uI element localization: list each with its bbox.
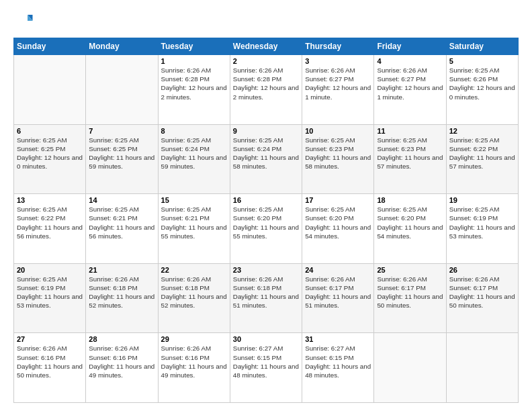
day-info: Sunrise: 6:25 AM Sunset: 6:19 PM Dayligh… [449, 205, 515, 240]
day-info: Sunrise: 6:26 AM Sunset: 6:27 PM Dayligh… [305, 66, 371, 101]
day-number: 29 [161, 335, 227, 343]
calendar-cell: 20Sunrise: 6:25 AM Sunset: 6:19 PM Dayli… [14, 263, 86, 333]
day-number: 16 [233, 196, 299, 204]
weekday-header-tuesday: Tuesday [158, 38, 230, 55]
day-info: Sunrise: 6:25 AM Sunset: 6:20 PM Dayligh… [305, 205, 371, 240]
day-number: 22 [161, 266, 227, 274]
calendar-cell: 31Sunrise: 6:27 AM Sunset: 6:15 PM Dayli… [302, 333, 374, 403]
day-info: Sunrise: 6:26 AM Sunset: 6:18 PM Dayligh… [161, 275, 227, 310]
weekday-header-sunday: Sunday [14, 38, 86, 55]
day-info: Sunrise: 6:26 AM Sunset: 6:18 PM Dayligh… [89, 275, 154, 310]
day-number: 21 [89, 266, 154, 274]
logo [13, 11, 36, 31]
day-number: 25 [377, 266, 443, 274]
day-info: Sunrise: 6:25 AM Sunset: 6:19 PM Dayligh… [17, 275, 83, 310]
calendar-cell: 21Sunrise: 6:26 AM Sunset: 6:18 PM Dayli… [86, 263, 158, 333]
day-number: 14 [89, 196, 154, 204]
week-row-5: 27Sunrise: 6:26 AM Sunset: 6:16 PM Dayli… [14, 333, 519, 403]
calendar-cell: 25Sunrise: 6:26 AM Sunset: 6:17 PM Dayli… [374, 263, 446, 333]
weekday-header-monday: Monday [86, 38, 158, 55]
day-info: Sunrise: 6:25 AM Sunset: 6:23 PM Dayligh… [377, 136, 443, 171]
day-number: 18 [377, 196, 443, 204]
day-number: 8 [161, 127, 227, 135]
calendar-table: SundayMondayTuesdayWednesdayThursdayFrid… [13, 38, 519, 403]
calendar-cell: 9Sunrise: 6:25 AM Sunset: 6:24 PM Daylig… [230, 124, 302, 194]
day-info: Sunrise: 6:26 AM Sunset: 6:16 PM Dayligh… [17, 344, 83, 379]
day-info: Sunrise: 6:26 AM Sunset: 6:27 PM Dayligh… [377, 66, 443, 101]
calendar-cell: 19Sunrise: 6:25 AM Sunset: 6:19 PM Dayli… [446, 194, 518, 264]
calendar-cell: 18Sunrise: 6:25 AM Sunset: 6:20 PM Dayli… [374, 194, 446, 264]
calendar-cell: 11Sunrise: 6:25 AM Sunset: 6:23 PM Dayli… [374, 124, 446, 194]
day-info: Sunrise: 6:25 AM Sunset: 6:21 PM Dayligh… [161, 205, 227, 240]
week-row-1: 1Sunrise: 6:26 AM Sunset: 6:28 PM Daylig… [14, 55, 519, 125]
day-info: Sunrise: 6:25 AM Sunset: 6:24 PM Dayligh… [161, 136, 227, 171]
day-info: Sunrise: 6:25 AM Sunset: 6:23 PM Dayligh… [305, 136, 371, 171]
calendar-cell: 24Sunrise: 6:26 AM Sunset: 6:17 PM Dayli… [302, 263, 374, 333]
day-info: Sunrise: 6:26 AM Sunset: 6:17 PM Dayligh… [377, 275, 443, 310]
day-number: 19 [449, 196, 515, 204]
day-info: Sunrise: 6:25 AM Sunset: 6:22 PM Dayligh… [449, 136, 515, 171]
day-info: Sunrise: 6:25 AM Sunset: 6:20 PM Dayligh… [377, 205, 443, 240]
day-info: Sunrise: 6:25 AM Sunset: 6:24 PM Dayligh… [233, 136, 299, 171]
day-number: 15 [161, 196, 227, 204]
calendar-cell [446, 333, 518, 403]
day-number: 28 [89, 335, 154, 343]
day-info: Sunrise: 6:25 AM Sunset: 6:21 PM Dayligh… [89, 205, 154, 240]
day-number: 5 [449, 57, 515, 65]
calendar-cell: 29Sunrise: 6:26 AM Sunset: 6:16 PM Dayli… [158, 333, 230, 403]
day-info: Sunrise: 6:25 AM Sunset: 6:20 PM Dayligh… [233, 205, 299, 240]
calendar-cell: 28Sunrise: 6:26 AM Sunset: 6:16 PM Dayli… [86, 333, 158, 403]
day-number: 12 [449, 127, 515, 135]
calendar-cell: 23Sunrise: 6:26 AM Sunset: 6:18 PM Dayli… [230, 263, 302, 333]
day-info: Sunrise: 6:26 AM Sunset: 6:16 PM Dayligh… [161, 344, 227, 379]
day-info: Sunrise: 6:26 AM Sunset: 6:28 PM Dayligh… [233, 66, 299, 101]
day-info: Sunrise: 6:25 AM Sunset: 6:22 PM Dayligh… [17, 205, 83, 240]
week-row-3: 13Sunrise: 6:25 AM Sunset: 6:22 PM Dayli… [14, 194, 519, 264]
day-number: 11 [377, 127, 443, 135]
day-info: Sunrise: 6:25 AM Sunset: 6:25 PM Dayligh… [17, 136, 83, 171]
calendar-cell: 17Sunrise: 6:25 AM Sunset: 6:20 PM Dayli… [302, 194, 374, 264]
day-info: Sunrise: 6:26 AM Sunset: 6:17 PM Dayligh… [305, 275, 371, 310]
day-number: 4 [377, 57, 443, 65]
calendar-cell: 2Sunrise: 6:26 AM Sunset: 6:28 PM Daylig… [230, 55, 302, 125]
day-info: Sunrise: 6:26 AM Sunset: 6:18 PM Dayligh… [233, 275, 299, 310]
calendar-cell: 1Sunrise: 6:26 AM Sunset: 6:28 PM Daylig… [158, 55, 230, 125]
day-number: 6 [17, 127, 83, 135]
day-number: 1 [161, 57, 227, 65]
day-number: 27 [17, 335, 83, 343]
day-number: 31 [305, 335, 371, 343]
day-number: 2 [233, 57, 299, 65]
day-info: Sunrise: 6:26 AM Sunset: 6:16 PM Dayligh… [89, 344, 154, 379]
day-number: 23 [233, 266, 299, 274]
calendar-cell: 5Sunrise: 6:25 AM Sunset: 6:26 PM Daylig… [446, 55, 518, 125]
day-info: Sunrise: 6:27 AM Sunset: 6:15 PM Dayligh… [233, 344, 299, 379]
weekday-header-row: SundayMondayTuesdayWednesdayThursdayFrid… [14, 38, 519, 55]
calendar-cell: 3Sunrise: 6:26 AM Sunset: 6:27 PM Daylig… [302, 55, 374, 125]
weekday-header-thursday: Thursday [302, 38, 374, 55]
calendar-cell: 7Sunrise: 6:25 AM Sunset: 6:25 PM Daylig… [86, 124, 158, 194]
day-info: Sunrise: 6:26 AM Sunset: 6:17 PM Dayligh… [449, 275, 515, 310]
calendar-cell [374, 333, 446, 403]
week-row-4: 20Sunrise: 6:25 AM Sunset: 6:19 PM Dayli… [14, 263, 519, 333]
day-number: 13 [17, 196, 83, 204]
day-number: 3 [305, 57, 371, 65]
calendar-cell: 16Sunrise: 6:25 AM Sunset: 6:20 PM Dayli… [230, 194, 302, 264]
day-number: 9 [233, 127, 299, 135]
day-number: 24 [305, 266, 371, 274]
calendar-cell: 26Sunrise: 6:26 AM Sunset: 6:17 PM Dayli… [446, 263, 518, 333]
day-info: Sunrise: 6:25 AM Sunset: 6:25 PM Dayligh… [89, 136, 154, 171]
day-info: Sunrise: 6:25 AM Sunset: 6:26 PM Dayligh… [449, 66, 515, 101]
logo-icon [13, 11, 34, 31]
day-number: 10 [305, 127, 371, 135]
day-number: 26 [449, 266, 515, 274]
calendar-cell: 12Sunrise: 6:25 AM Sunset: 6:22 PM Dayli… [446, 124, 518, 194]
calendar-cell [86, 55, 158, 125]
calendar-cell: 4Sunrise: 6:26 AM Sunset: 6:27 PM Daylig… [374, 55, 446, 125]
day-number: 30 [233, 335, 299, 343]
calendar-cell: 22Sunrise: 6:26 AM Sunset: 6:18 PM Dayli… [158, 263, 230, 333]
day-info: Sunrise: 6:26 AM Sunset: 6:28 PM Dayligh… [161, 66, 227, 101]
calendar-cell: 27Sunrise: 6:26 AM Sunset: 6:16 PM Dayli… [14, 333, 86, 403]
page: SundayMondayTuesdayWednesdayThursdayFrid… [0, 0, 532, 411]
calendar-cell: 13Sunrise: 6:25 AM Sunset: 6:22 PM Dayli… [14, 194, 86, 264]
day-info: Sunrise: 6:27 AM Sunset: 6:15 PM Dayligh… [305, 344, 371, 379]
